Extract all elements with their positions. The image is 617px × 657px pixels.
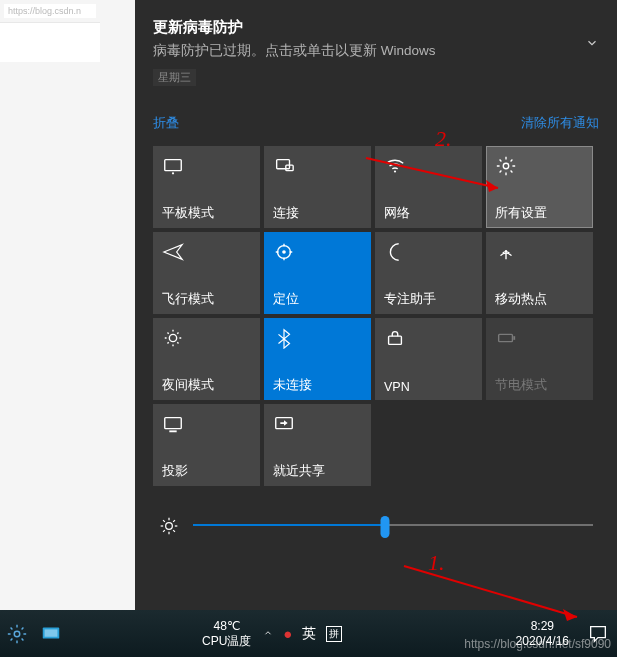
tile-network[interactable]: 网络 [375,146,482,228]
watermark: https://blog.csdn.net/sf9090 [464,637,611,651]
wifi-icon [384,155,406,177]
location-icon [273,241,295,263]
vpn-icon [384,327,406,349]
tile-label: 就近共享 [273,463,325,480]
slider-thumb[interactable] [381,516,390,538]
ime-indicator-icon[interactable]: ● [283,625,292,642]
system-tray: ● 英 拼 [263,625,342,643]
tile-label: 连接 [273,205,299,222]
project-icon [162,413,184,435]
svg-line-6 [173,530,175,532]
moon-icon [384,241,406,263]
svg-point-9 [14,631,20,637]
battery-icon [495,327,517,349]
tile-label: 定位 [273,291,299,308]
background-browser: https://blog.csdn.n [0,0,135,610]
slider-fill [193,524,385,526]
notification-body: 病毒防护已过期。点击或单击以更新 Windows [153,41,599,61]
svg-line-5 [163,520,165,522]
bluetooth-icon [273,327,295,349]
tile-project[interactable]: 投影 [153,404,260,486]
tile-focus-assist[interactable]: 专注助手 [375,232,482,314]
tile-connect[interactable]: 连接 [264,146,371,228]
nightlight-icon [162,327,184,349]
tile-tablet-mode[interactable]: 平板模式 [153,146,260,228]
tile-label: VPN [384,380,410,394]
tile-all-settings[interactable]: 所有设置 [486,146,593,228]
cpu-temp-label: CPU温度 [202,634,251,649]
clear-all-link[interactable]: 清除所有通知 [521,114,599,132]
brightness-row [153,514,599,556]
tile-label: 飞行模式 [162,291,214,308]
ime-mode-indicator[interactable]: 拼 [326,626,342,642]
share-icon [273,413,295,435]
svg-line-7 [163,530,165,532]
cpu-temp-widget[interactable]: 48℃ CPU温度 [202,619,251,649]
chevron-up-icon[interactable] [263,627,273,641]
quick-action-tiles: 平板模式连接网络所有设置飞行模式定位专注助手移动热点夜间模式未连接VPN节电模式… [153,146,599,486]
tile-label: 专注助手 [384,291,436,308]
action-links-row: 折叠 清除所有通知 [153,114,599,132]
brightness-icon [159,516,179,536]
hotspot-icon [495,241,517,263]
tile-nearby-share[interactable]: 就近共享 [264,404,371,486]
ime-language-indicator[interactable]: 英 [302,625,316,643]
tile-label: 投影 [162,463,188,480]
tablet-icon [162,155,184,177]
notification-title: 更新病毒防护 [153,18,599,37]
tile-bluetooth[interactable]: 未连接 [264,318,371,400]
tile-label: 移动热点 [495,291,547,308]
svg-line-8 [173,520,175,522]
tile-label: 所有设置 [495,205,547,222]
gear-icon [495,155,517,177]
tile-label: 未连接 [273,377,312,394]
taskbar-left [0,623,62,645]
chevron-down-icon[interactable] [585,36,599,50]
clock-time: 8:29 [516,619,569,634]
airplane-icon [162,241,184,263]
collapse-link[interactable]: 折叠 [153,114,179,132]
tile-location[interactable]: 定位 [264,232,371,314]
task-manager-icon[interactable] [40,623,62,645]
svg-rect-11 [45,629,58,636]
settings-app-icon[interactable] [6,623,28,645]
tile-vpn[interactable]: VPN [375,318,482,400]
tile-label: 网络 [384,205,410,222]
tile-night-light[interactable]: 夜间模式 [153,318,260,400]
notification-date: 星期三 [153,69,196,86]
tile-hotspot[interactable]: 移动热点 [486,232,593,314]
tile-battery-saver: 节电模式 [486,318,593,400]
browser-url-fragment: https://blog.csdn.n [4,4,96,18]
tile-airplane-mode[interactable]: 飞行模式 [153,232,260,314]
tile-label: 夜间模式 [162,377,214,394]
notification-card[interactable]: 更新病毒防护 病毒防护已过期。点击或单击以更新 Windows 星期三 [153,18,599,86]
action-center-panel: 更新病毒防护 病毒防护已过期。点击或单击以更新 Windows 星期三 折叠 清… [135,0,617,610]
tile-label: 节电模式 [495,377,547,394]
svg-point-0 [166,523,173,530]
tile-label: 平板模式 [162,205,214,222]
brightness-slider[interactable] [193,514,593,538]
cpu-temp-value: 48℃ [202,619,251,634]
browser-page-blank [0,22,100,62]
connect-icon [273,155,295,177]
